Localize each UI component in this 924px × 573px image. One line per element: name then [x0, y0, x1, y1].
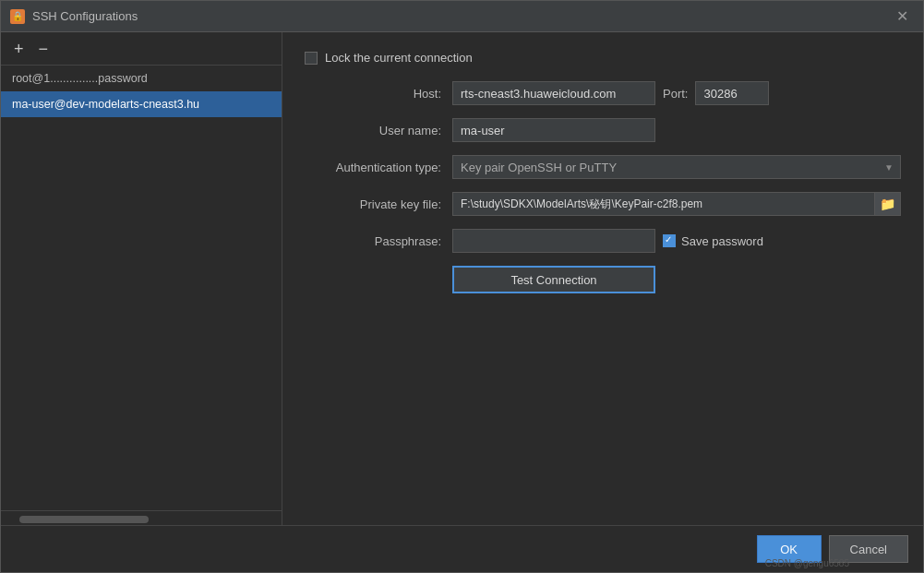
test-connection-field: Test Connection: [452, 266, 901, 293]
sidebar-list: root@1...............password ma-user@de…: [1, 66, 282, 510]
passphrase-field: Save password: [452, 229, 901, 253]
sidebar-scrollbar[interactable]: [19, 516, 149, 523]
folder-icon: 📁: [880, 197, 895, 211]
save-password-label: Save password: [681, 234, 763, 248]
private-key-label: Private key file:: [305, 197, 452, 211]
auth-label: Authentication type:: [305, 161, 452, 174]
file-input-row: 📁: [452, 192, 901, 216]
host-field: Port:: [452, 81, 901, 105]
host-row: Host: Port:: [305, 81, 901, 105]
private-key-input[interactable]: [452, 192, 875, 216]
private-key-field: 📁: [452, 192, 901, 216]
private-key-row: Private key file: 📁: [305, 192, 901, 216]
dialog-icon: 🔒: [10, 9, 25, 24]
auth-row: Authentication type: Key pair OpenSSH or…: [305, 155, 901, 179]
save-password-row: Save password: [663, 234, 763, 248]
content: + − root@1...............password ma-use…: [1, 32, 923, 525]
close-button[interactable]: ✕: [891, 7, 914, 26]
username-input[interactable]: [452, 118, 655, 142]
lock-checkbox[interactable]: [305, 52, 318, 65]
port-label: Port:: [663, 87, 688, 101]
lock-label: Lock the current connection: [325, 51, 473, 65]
passphrase-input[interactable]: [452, 229, 655, 253]
username-field: [452, 118, 901, 142]
title-bar-left: 🔒 SSH Configurations: [10, 9, 138, 24]
watermark: CSDN @gengu6585: [765, 558, 849, 568]
sidebar-toolbar: + −: [1, 32, 282, 66]
passphrase-label: Passphrase:: [305, 234, 452, 248]
browse-button[interactable]: 📁: [875, 192, 901, 216]
test-connection-row: Test Connection: [305, 266, 901, 293]
title-bar: 🔒 SSH Configurations ✕: [1, 1, 923, 32]
auth-select[interactable]: Key pair OpenSSH or PuTTY Password: [452, 155, 901, 179]
add-button[interactable]: +: [10, 41, 28, 57]
auth-select-wrapper: Key pair OpenSSH or PuTTY Password ▼: [452, 155, 901, 179]
passphrase-row: Passphrase: Save password: [305, 229, 901, 253]
sidebar-scrollbar-area: [1, 510, 282, 525]
sidebar-item-mauser[interactable]: ma-user@dev-modelarts-cneast3.hu: [1, 91, 282, 117]
host-label: Host:: [305, 87, 452, 101]
test-connection-button[interactable]: Test Connection: [452, 266, 655, 293]
username-row: User name:: [305, 118, 901, 142]
save-password-checkbox[interactable]: [663, 234, 676, 247]
host-input[interactable]: [452, 81, 655, 105]
username-label: User name:: [305, 124, 452, 137]
sidebar-item-root[interactable]: root@1...............password: [1, 66, 282, 91]
sidebar: + − root@1...............password ma-use…: [1, 32, 282, 525]
dialog: 🔒 SSH Configurations ✕ + − root@1.......…: [0, 0, 924, 573]
lock-row: Lock the current connection: [305, 51, 901, 65]
port-input[interactable]: [695, 81, 769, 105]
dialog-title: SSH Configurations: [32, 9, 138, 23]
main-panel: Lock the current connection Host: Port: …: [282, 32, 923, 525]
auth-field: Key pair OpenSSH or PuTTY Password ▼: [452, 155, 901, 179]
remove-button[interactable]: −: [35, 41, 53, 57]
